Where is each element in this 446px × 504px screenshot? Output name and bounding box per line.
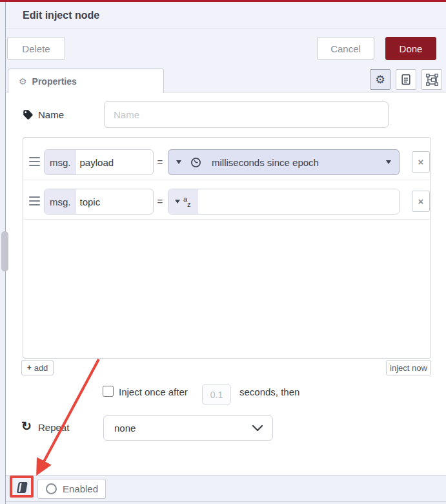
- repeat-select[interactable]: none: [103, 415, 273, 441]
- payload-type-dropdown[interactable]: milliseconds since epoch: [168, 149, 400, 175]
- delete-rule-button[interactable]: ×: [412, 151, 430, 173]
- tab-button-appearance[interactable]: [421, 69, 442, 90]
- inject-once-seconds-input[interactable]: [202, 384, 231, 405]
- type-select-button[interactable]: a z: [168, 189, 198, 214]
- tab-button-description[interactable]: [396, 69, 416, 90]
- top-red-bar: [0, 0, 446, 2]
- string-type-icon: a z: [183, 195, 192, 208]
- msg-prefix: msg.: [45, 189, 76, 214]
- delete-button[interactable]: Delete: [7, 37, 65, 60]
- inject-once-checkbox[interactable]: [103, 386, 114, 397]
- circle-toggle-icon: [46, 483, 57, 494]
- name-field-label: Name: [23, 101, 64, 127]
- equals-sign: =: [155, 149, 165, 174]
- inject-once-label-after: seconds, then: [239, 386, 299, 397]
- rule-separator: [24, 219, 430, 220]
- rule-separator: [24, 180, 430, 180]
- clock-icon: [190, 157, 201, 168]
- gear-icon: ⚙: [375, 73, 385, 87]
- docs-button[interactable]: [13, 479, 31, 496]
- delete-rule-button[interactable]: ×: [412, 191, 430, 212]
- dialog-toolbar: [6, 28, 446, 68]
- drag-handle-icon[interactable]: [29, 157, 40, 166]
- repeat-selected-value: none: [104, 423, 252, 434]
- topic-typed-input[interactable]: a z: [168, 189, 400, 215]
- tab-button-properties[interactable]: ⚙: [370, 69, 390, 90]
- book-icon: [14, 481, 30, 494]
- done-button[interactable]: Done: [385, 37, 436, 60]
- enabled-label: Enabled: [63, 483, 98, 494]
- name-input[interactable]: [104, 101, 389, 128]
- tab-properties-label: Properties: [32, 76, 77, 87]
- topic-value-input[interactable]: [198, 189, 399, 214]
- gear-icon: ⚙: [19, 76, 27, 87]
- rules-list: msg. = milliseconds since epoch × msg. =: [23, 137, 431, 359]
- add-rule-button[interactable]: + add: [21, 360, 54, 375]
- node-red-edit-dialog: Edit inject node Delete Cancel Done ⚙ Pr…: [0, 0, 446, 504]
- inject-once-label: Inject once after: [119, 386, 188, 397]
- document-icon: [400, 74, 412, 85]
- appearance-icon: [426, 74, 438, 86]
- property-name-input[interactable]: [76, 150, 153, 174]
- payload-type-value: milliseconds since epoch: [212, 157, 319, 168]
- scrollbar-thumb[interactable]: [1, 231, 8, 271]
- dialog-title: Edit inject node: [23, 2, 281, 28]
- dropdown-caret-icon: [176, 160, 181, 164]
- cancel-button[interactable]: Cancel: [317, 37, 374, 60]
- inject-now-button[interactable]: inject now: [386, 360, 431, 375]
- repeat-icon: ↻: [21, 419, 32, 434]
- plus-icon: +: [27, 363, 32, 372]
- dropdown-caret-icon: [386, 160, 391, 164]
- dropdown-caret-icon: [175, 200, 180, 204]
- tab-properties[interactable]: ⚙ Properties: [8, 68, 164, 93]
- equals-sign: =: [155, 189, 165, 213]
- drag-handle-icon[interactable]: [29, 196, 40, 205]
- chevron-down-icon: [252, 425, 263, 432]
- rule-property-input[interactable]: msg.: [44, 189, 154, 215]
- enabled-toggle-button[interactable]: Enabled: [37, 479, 106, 499]
- tag-icon: [23, 109, 34, 120]
- property-name-input[interactable]: [76, 189, 153, 214]
- msg-prefix: msg.: [45, 150, 76, 174]
- repeat-label: Repeat: [38, 422, 69, 433]
- rule-property-input[interactable]: msg.: [44, 149, 154, 175]
